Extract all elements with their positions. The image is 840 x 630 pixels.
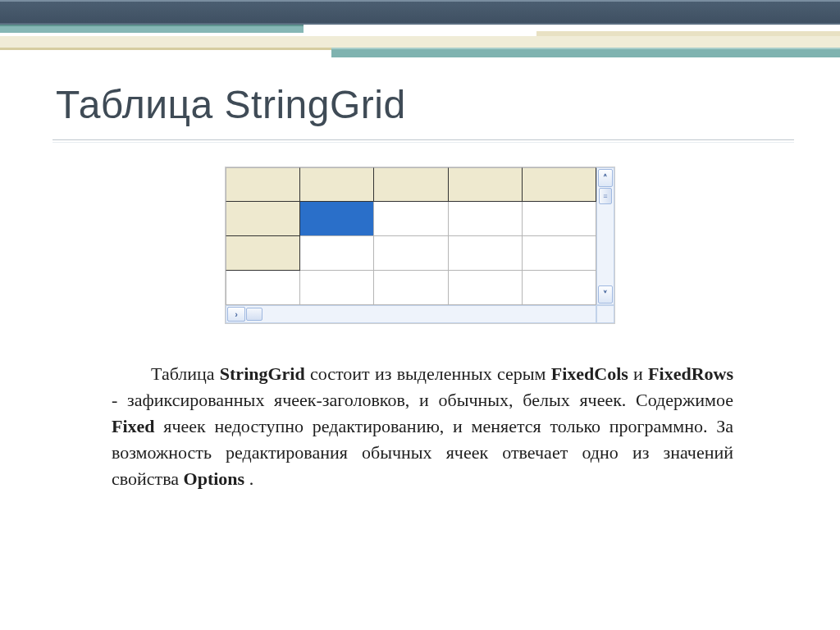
text-fragment: . bbox=[249, 468, 254, 489]
cell[interactable] bbox=[374, 236, 448, 271]
title-underline bbox=[52, 139, 794, 143]
cell[interactable] bbox=[449, 236, 523, 271]
cell[interactable] bbox=[300, 236, 374, 271]
text-bold: StringGrid bbox=[220, 363, 305, 384]
scroll-thumb-horizontal[interactable] bbox=[246, 308, 262, 321]
table-row bbox=[226, 167, 596, 202]
text-bold: FixedRows bbox=[648, 363, 733, 384]
text-fragment: состоит из выделенных серым bbox=[310, 363, 551, 384]
fixed-cell bbox=[523, 167, 596, 202]
page-title: Таблица StringGrid bbox=[56, 82, 406, 127]
text-fragment: Таблица bbox=[151, 363, 220, 384]
scroll-thumb-vertical[interactable]: ≡ bbox=[599, 188, 612, 204]
cell[interactable] bbox=[300, 271, 374, 305]
fixed-cell bbox=[226, 202, 300, 236]
cell[interactable] bbox=[374, 202, 448, 236]
fixed-cell bbox=[300, 167, 374, 202]
text-bold: Options bbox=[184, 468, 245, 489]
fixed-cell bbox=[374, 167, 448, 202]
text-bold: Fixed bbox=[112, 416, 155, 436]
body-paragraph: Таблица StringGrid состоит из выделенных… bbox=[112, 361, 733, 491]
cell[interactable] bbox=[226, 271, 300, 305]
scroll-up-button[interactable]: ˄ bbox=[598, 169, 613, 187]
focused-cell[interactable] bbox=[300, 202, 374, 236]
text-fragment: - зафиксированных ячеек-заголовков, и об… bbox=[112, 390, 733, 410]
table-row bbox=[226, 236, 596, 271]
cell[interactable] bbox=[449, 202, 523, 236]
table-row bbox=[226, 271, 596, 305]
scrollbar-corner bbox=[596, 305, 614, 323]
table-row bbox=[226, 202, 596, 236]
scroll-down-button[interactable]: ˅ bbox=[598, 285, 613, 304]
header-accent-teal-left bbox=[0, 25, 304, 33]
cell[interactable] bbox=[523, 271, 596, 305]
cell[interactable] bbox=[374, 271, 448, 305]
cell[interactable] bbox=[449, 271, 523, 305]
fixed-cell bbox=[226, 167, 300, 202]
scroll-right-button[interactable]: › bbox=[227, 307, 245, 322]
cell[interactable] bbox=[523, 202, 596, 236]
horizontal-scrollbar[interactable]: ‹ › bbox=[226, 305, 596, 323]
vertical-scrollbar[interactable]: ˄ ≡ ˅ bbox=[596, 167, 614, 305]
string-grid[interactable]: ˄ ≡ ˅ ‹ › bbox=[226, 167, 614, 323]
header-accent-teal-right bbox=[331, 48, 840, 57]
text-fragment: и bbox=[633, 363, 648, 384]
cell[interactable] bbox=[523, 236, 596, 271]
fixed-cell bbox=[449, 167, 523, 202]
header-band-dark bbox=[0, 0, 840, 25]
fixed-cell bbox=[226, 236, 300, 271]
text-bold: FixedCols bbox=[551, 363, 628, 384]
grid-cells bbox=[226, 167, 596, 305]
